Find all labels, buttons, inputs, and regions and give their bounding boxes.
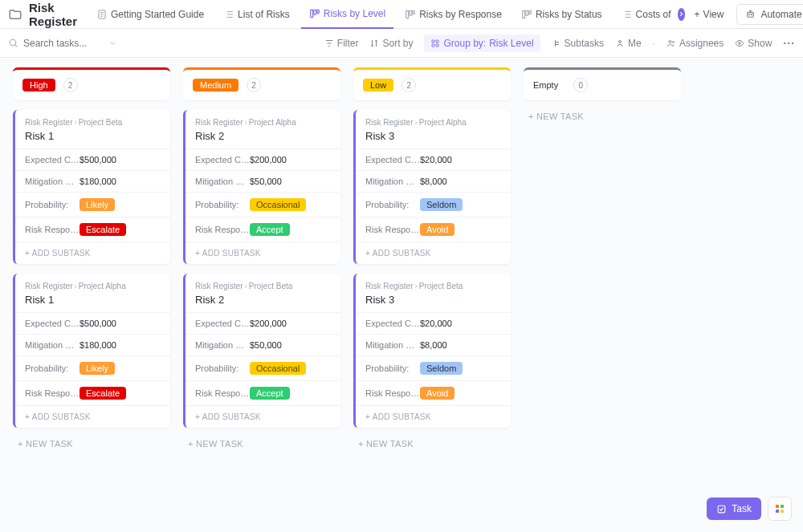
column-pill: Low [363,79,393,91]
tab-costs-of[interactable]: Costs of [613,0,675,29]
field-value: $180,000 [79,340,116,350]
tab-label: Risks by Status [536,9,602,20]
breadcrumb: Risk Register›Project Beta [25,118,161,127]
apps-launcher[interactable] [768,497,792,521]
column-header[interactable]: High2 [13,67,170,100]
probability-tag: Likely [79,362,115,375]
field-expected-cost[interactable]: Expected C…$500,000 [15,148,170,170]
new-task-button[interactable]: + NEW TASK [13,428,170,460]
field-label: Probability: [25,200,79,209]
add-subtask-button[interactable]: + ADD SUBTASK [185,242,340,264]
field-mitigation[interactable]: Mitigation …$50,000 [185,334,340,355]
breadcrumb-root[interactable]: Risk Register [25,118,72,127]
field-label: Probability: [365,363,420,373]
field-mitigation[interactable]: Mitigation …$50,000 [185,170,340,192]
risk-card[interactable]: Risk Register›Project AlphaRisk 2Expecte… [183,110,340,264]
svg-rect-19 [432,44,434,47]
field-response[interactable]: Risk Respo…Escalate [15,380,170,405]
field-expected-cost[interactable]: Expected C…$20,000 [356,312,511,334]
breadcrumb-project[interactable]: Project Alpha [79,282,126,290]
field-expected-cost[interactable]: Expected C…$200,000 [185,148,340,170]
field-label: Probability: [25,363,79,373]
breadcrumb-project[interactable]: Project Alpha [249,118,296,127]
field-probability[interactable]: Probability:Likely [15,355,170,380]
field-mitigation[interactable]: Mitigation …$180,000 [15,170,170,192]
breadcrumb-root[interactable]: Risk Register [25,282,72,290]
field-mitigation[interactable]: Mitigation …$8,000 [356,170,511,192]
tabs-overflow-next[interactable] [678,8,685,21]
column-header[interactable]: Low2 [353,67,511,100]
add-subtask-button[interactable]: + ADD SUBTASK [356,242,511,264]
breadcrumb-project[interactable]: Project Beta [79,118,122,127]
risk-card[interactable]: Risk Register›Project AlphaRisk 3Expecte… [353,110,511,264]
field-expected-cost[interactable]: Expected C…$500,000 [15,312,170,334]
tab-list-of-risks[interactable]: List of Risks [215,0,298,29]
field-label: Mitigation … [195,177,250,186]
new-task-button[interactable]: + NEW TASK [183,428,340,460]
field-expected-cost[interactable]: Expected C…$20,000 [356,148,511,170]
search-box[interactable] [8,38,128,49]
grid-icon [776,505,784,513]
field-response[interactable]: Risk Respo…Accept [185,217,340,242]
field-probability[interactable]: Probability:Likely [15,192,170,217]
tab-risks-by-response[interactable]: Risks by Response [397,0,510,29]
automate-button[interactable]: Automate [736,4,803,25]
field-probability[interactable]: Probability:Occasional [185,192,340,217]
kanban-board: High2Risk Register›Project BetaRisk 1Exp… [0,58,803,532]
field-response[interactable]: Risk Respo…Avoid [356,217,511,242]
show-button[interactable]: Show [735,38,772,49]
field-label: Mitigation … [25,177,79,186]
filter-label: Filter [337,38,359,49]
tab-risks-by-status[interactable]: Risks by Status [513,0,610,29]
new-task-button[interactable]: + NEW TASK [353,428,511,460]
more-menu[interactable]: ··· [783,37,795,50]
column-header[interactable]: Medium2 [183,67,340,100]
column-pill: High [22,79,55,91]
add-subtask-button[interactable]: + ADD SUBTASK [15,242,170,264]
field-value: $20,000 [420,155,452,164]
risk-card[interactable]: Risk Register›Project BetaRisk 1Expected… [13,110,170,264]
chevron-down-icon[interactable] [108,39,116,47]
field-response[interactable]: Risk Respo…Escalate [15,217,170,242]
filter-button[interactable]: Filter [324,38,359,49]
field-response[interactable]: Risk Respo…Accept [185,380,340,405]
field-label: Risk Respo… [25,225,79,234]
field-probability[interactable]: Probability:Occasional [185,355,340,380]
tab-risks-by-level[interactable]: Risks by Level [301,0,393,29]
risk-card[interactable]: Risk Register›Project BetaRisk 3Expected… [353,274,511,428]
breadcrumb-root[interactable]: Risk Register [195,282,243,290]
tab-label: Costs of [636,9,671,20]
risk-card[interactable]: Risk Register›Project AlphaRisk 1Expecte… [13,274,170,428]
subtasks-button[interactable]: Subtasks [552,38,604,49]
breadcrumb-root[interactable]: Risk Register [365,282,413,290]
automate-button-group: Automate [736,4,803,25]
risk-card[interactable]: Risk Register›Project BetaRisk 2Expected… [183,274,340,428]
tab-getting-started[interactable]: Getting Started Guide [88,0,212,29]
add-subtask-button[interactable]: + ADD SUBTASK [185,405,340,428]
column-header[interactable]: Empty0 [524,67,681,100]
add-view-button[interactable]: + View [688,9,731,20]
new-task-button[interactable]: + NEW TASK [524,100,681,132]
svg-point-21 [618,40,621,43]
field-probability[interactable]: Probability:Seldom [356,355,511,380]
me-button[interactable]: Me [615,38,642,49]
field-response[interactable]: Risk Respo…Avoid [356,380,511,405]
search-input[interactable] [23,38,104,49]
breadcrumb: Risk Register›Project Alpha [25,282,161,290]
breadcrumb-project[interactable]: Project Alpha [419,118,467,127]
field-mitigation[interactable]: Mitigation …$8,000 [356,334,511,355]
field-probability[interactable]: Probability:Seldom [356,192,511,217]
sort-button[interactable]: Sort by [369,38,413,49]
breadcrumb-project[interactable]: Project Beta [249,282,292,290]
assignees-button[interactable]: Assignees [666,38,724,49]
breadcrumb-root[interactable]: Risk Register [195,118,243,127]
add-subtask-button[interactable]: + ADD SUBTASK [356,405,511,428]
field-expected-cost[interactable]: Expected C…$200,000 [185,312,340,334]
response-tag: Accept [250,223,290,236]
add-subtask-button[interactable]: + ADD SUBTASK [15,405,170,428]
breadcrumb-root[interactable]: Risk Register [365,118,413,127]
group-by-button[interactable]: Group by: Risk Level [424,35,540,52]
new-task-fab[interactable]: Task [707,497,761,520]
breadcrumb-project[interactable]: Project Beta [419,282,463,290]
field-mitigation[interactable]: Mitigation …$180,000 [15,334,170,355]
